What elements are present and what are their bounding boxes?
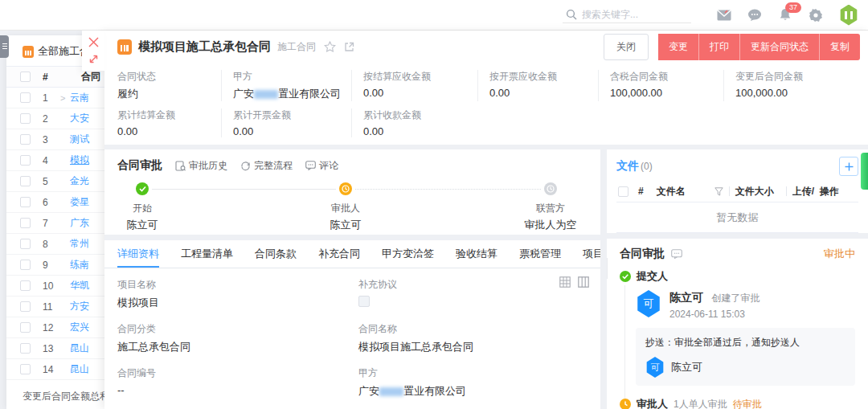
- action-button[interactable]: 更新合同状态: [740, 34, 820, 60]
- contract-name-link[interactable]: 金光: [70, 174, 89, 188]
- table-row[interactable]: 1 > 云南: [6, 88, 104, 108]
- row-checkbox[interactable]: [20, 301, 31, 312]
- row-checkbox[interactable]: [20, 239, 31, 249]
- flow-timeline: 开始陈立可 审批人陈立可 联营方审批人为空: [117, 182, 588, 229]
- table-row[interactable]: 14 昆山: [6, 359, 104, 380]
- contract-name-link[interactable]: 昆山: [70, 342, 89, 355]
- table-row[interactable]: 4 模拟: [6, 150, 104, 171]
- mail-icon[interactable]: [717, 8, 731, 22]
- step-start: 开始陈立可: [106, 202, 178, 232]
- contract-name-link[interactable]: 大安: [70, 112, 89, 125]
- redacted-text: [254, 90, 278, 99]
- action-button[interactable]: 复制: [820, 34, 860, 60]
- contract-name-link[interactable]: 常州: [70, 237, 89, 251]
- add-file-button[interactable]: [839, 157, 858, 176]
- tab[interactable]: 项目收款: [583, 240, 600, 268]
- row-checkbox[interactable]: [20, 176, 31, 186]
- full-process-link[interactable]: 完整流程: [240, 159, 293, 173]
- table-row[interactable]: 9 练南: [6, 255, 104, 276]
- filter-funnel-icon[interactable]: [714, 187, 723, 196]
- total-invoiced-link[interactable]: 0.00: [233, 125, 342, 137]
- table-row[interactable]: 11 方安: [6, 297, 104, 317]
- table-row[interactable]: 12 宏兴: [6, 317, 104, 338]
- contract-name-link[interactable]: 云南: [70, 91, 89, 104]
- tab[interactable]: 甲方变洽签: [382, 240, 434, 268]
- star-favorite-icon[interactable]: [324, 41, 336, 53]
- approval-body: 提交人 可 陈立可 创建了审批 2024-06-11 15:03 抄送：审批全部…: [620, 269, 855, 409]
- contract-name-link[interactable]: 练南: [70, 258, 89, 272]
- select-all-checkbox[interactable]: [20, 72, 31, 82]
- action-button[interactable]: 打印: [699, 34, 740, 60]
- tab[interactable]: 验收结算: [456, 240, 497, 268]
- table-row[interactable]: 7 广东: [6, 213, 104, 234]
- table-row[interactable]: 6 娄星: [6, 192, 104, 213]
- expand-diagonal-icon[interactable]: [88, 54, 99, 64]
- user-avatar[interactable]: [839, 5, 858, 26]
- close-button[interactable]: 关闭: [604, 34, 649, 60]
- row-checkbox[interactable]: [20, 113, 31, 124]
- contract-name-link[interactable]: 华凯: [70, 279, 89, 292]
- row-checkbox[interactable]: [20, 364, 31, 374]
- project-link[interactable]: 模拟项目: [117, 296, 358, 310]
- tab[interactable]: 详细资料: [117, 240, 159, 268]
- tab[interactable]: 工程量清单: [181, 240, 233, 268]
- timeline-segment: [355, 189, 541, 190]
- row-checkbox[interactable]: [20, 92, 31, 103]
- contract-name-link[interactable]: 方安: [70, 300, 89, 313]
- panel-collapse-handle[interactable]: ▶: [607, 258, 608, 279]
- column-divider: [729, 186, 730, 196]
- contract-name-link[interactable]: 广东: [70, 216, 89, 230]
- search-input[interactable]: [582, 9, 686, 20]
- row-checkbox[interactable]: [20, 134, 31, 145]
- cc-note-box: 抄送：审批全部通过后，通知抄送人 可 陈立可: [636, 328, 855, 386]
- row-index: 1: [43, 92, 60, 104]
- edge-help-tab[interactable]: [861, 153, 868, 190]
- comment-icon[interactable]: [671, 249, 682, 259]
- table-row[interactable]: 13 昆山: [6, 338, 104, 359]
- column-view-icon[interactable]: [578, 276, 589, 288]
- contract-name-link[interactable]: 模拟: [70, 153, 89, 167]
- contract-name-link[interactable]: 测试: [70, 133, 89, 146]
- table-row[interactable]: 8 常州: [6, 234, 104, 255]
- tab[interactable]: 票税管理: [519, 240, 561, 268]
- table-row[interactable]: 3 测试: [6, 129, 104, 150]
- collapse-menu-handle[interactable]: [0, 35, 9, 58]
- row-checkbox[interactable]: [20, 218, 31, 228]
- contract-name-link[interactable]: 宏兴: [70, 321, 89, 334]
- step-done-icon: [136, 182, 149, 195]
- grid-view-icon[interactable]: [559, 276, 571, 288]
- row-checkbox[interactable]: [20, 322, 31, 333]
- notification-bell-icon[interactable]: 37: [778, 8, 792, 22]
- party-a-link[interactable]: 广安置业有限公司: [358, 384, 588, 399]
- open-external-icon[interactable]: [344, 42, 354, 52]
- approval-history-link[interactable]: 审批历史: [175, 159, 227, 173]
- row-checkbox[interactable]: [20, 155, 31, 166]
- table-row[interactable]: 2 大安: [6, 108, 104, 129]
- row-checkbox[interactable]: [20, 280, 31, 291]
- chat-icon[interactable]: [747, 8, 762, 22]
- contract-name-link[interactable]: 昆山: [70, 362, 89, 376]
- gear-icon[interactable]: [809, 8, 823, 22]
- table-row[interactable]: 10 华凯: [6, 276, 104, 297]
- total-received-link[interactable]: 0.00: [363, 125, 469, 137]
- contract-name-link[interactable]: 娄星: [70, 195, 89, 209]
- row-checkbox[interactable]: [20, 260, 31, 270]
- tab[interactable]: 合同条款: [255, 240, 297, 268]
- select-all-checkbox[interactable]: [618, 186, 628, 197]
- tab[interactable]: 补充合同: [318, 240, 360, 268]
- avatar[interactable]: 可: [645, 357, 665, 378]
- comment-link[interactable]: 评论: [305, 159, 338, 173]
- close-icon[interactable]: [88, 37, 99, 47]
- avatar[interactable]: 可: [636, 290, 661, 317]
- field-invoice-receivable: 按开票应收金额 0.00: [489, 70, 599, 101]
- row-checkbox[interactable]: [20, 343, 31, 354]
- table-row[interactable]: 5 金光: [6, 171, 104, 192]
- expand-arrow-icon[interactable]: >: [60, 93, 70, 103]
- list-footer-total: 变更后合同金额总和:: [23, 390, 104, 403]
- page-title: 模拟项目施工总承包合同: [138, 39, 271, 55]
- supplement-checkbox[interactable]: [358, 296, 370, 307]
- action-button[interactable]: 变更: [658, 34, 699, 60]
- party-a-link[interactable]: 广安置业有限公司: [233, 87, 342, 101]
- global-search[interactable]: [563, 6, 691, 23]
- row-checkbox[interactable]: [20, 197, 31, 207]
